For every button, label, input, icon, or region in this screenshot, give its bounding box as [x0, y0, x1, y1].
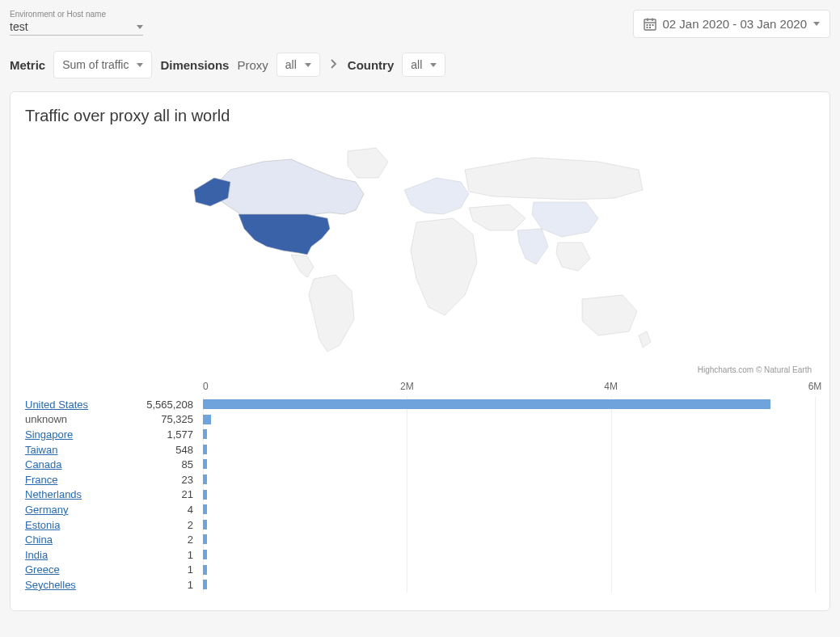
metric-label: Metric [10, 58, 45, 72]
table-row: Taiwan548 [25, 442, 815, 458]
country-link[interactable]: Greece [25, 563, 130, 576]
bar-cell [203, 457, 815, 472]
card-title: Traffic over proxy all in world [25, 107, 815, 125]
bar[interactable] [203, 520, 207, 529]
traffic-card: Traffic over proxy all in world [10, 91, 830, 611]
country-value: 85 [130, 458, 203, 470]
country-link[interactable]: France [25, 474, 130, 486]
bar[interactable] [203, 550, 207, 559]
country-value: 1 [130, 549, 203, 561]
axis-tick: 2M [400, 381, 414, 392]
bar-cell [203, 412, 815, 428]
bar[interactable] [203, 490, 207, 500]
bar[interactable] [203, 504, 207, 514]
world-map-svg [186, 133, 655, 360]
table-row: Greece1 [25, 563, 815, 578]
svg-rect-5 [649, 24, 651, 26]
proxy-select[interactable]: all [276, 53, 320, 77]
country-value: 2 [130, 534, 203, 546]
bar[interactable] [203, 475, 207, 484]
calendar-icon [644, 18, 656, 31]
bar-cell [203, 547, 815, 563]
table-row: Germany4 [25, 502, 815, 517]
world-map-chart[interactable]: Highcharts.com © Natural Earth [25, 133, 815, 376]
bar-cell [203, 517, 815, 533]
date-range-picker[interactable]: 02 Jan 2020 - 03 Jan 2020 [633, 10, 830, 38]
chevron-down-icon [430, 63, 437, 67]
chevron-down-icon [813, 22, 820, 26]
country-select[interactable]: all [402, 53, 445, 77]
table-row: Singapore1,577 [25, 427, 815, 442]
country-bar-chart: 02M4M6M United States5,565,208unknown75,… [25, 378, 815, 593]
country-value: 21 [130, 488, 203, 500]
country-value: 1 [130, 579, 203, 591]
bar[interactable] [203, 445, 207, 454]
svg-rect-8 [649, 27, 651, 28]
map-credit: Highcharts.com © Natural Earth [698, 365, 812, 374]
environment-selector[interactable]: Environment or Host name test [10, 10, 143, 36]
bar-cell [203, 577, 815, 593]
country-link[interactable]: Seychelles [25, 579, 130, 591]
table-row: Estonia2 [25, 517, 815, 533]
bar-cell [203, 532, 815, 547]
country-link[interactable]: China [25, 534, 130, 546]
date-range-text: 02 Jan 2020 - 03 Jan 2020 [663, 17, 807, 31]
bar[interactable] [203, 415, 211, 424]
country-link[interactable]: Estonia [25, 519, 130, 531]
country-value: 548 [130, 444, 203, 456]
filter-bar: Metric Sum of traffic Dimensions Proxy a… [10, 51, 830, 78]
proxy-value: all [285, 58, 297, 71]
chevron-down-icon [137, 63, 143, 67]
bar-cell [203, 487, 815, 503]
country-value: 4 [130, 504, 203, 516]
country-link[interactable]: United States [25, 399, 130, 411]
table-row: unknown75,325 [25, 412, 815, 428]
axis-tick: 4M [604, 381, 618, 392]
country-link[interactable]: Singapore [25, 428, 130, 441]
country-value: 1 [130, 563, 203, 576]
table-row: India1 [25, 547, 815, 563]
country-value: 75,325 [130, 413, 203, 425]
bar-cell [203, 427, 815, 442]
country-value: 5,565,208 [130, 399, 203, 411]
proxy-label: Proxy [237, 58, 268, 72]
chevron-down-icon [305, 63, 311, 67]
svg-rect-7 [646, 27, 648, 28]
country-link: unknown [25, 413, 130, 425]
bar[interactable] [203, 580, 207, 589]
table-row: Netherlands21 [25, 487, 815, 503]
bar[interactable] [203, 429, 207, 439]
table-row: France23 [25, 472, 815, 487]
country-link[interactable]: Canada [25, 458, 130, 470]
axis-tick: 0 [203, 381, 209, 392]
table-row: United States5,565,208 [25, 397, 815, 412]
table-row: Canada85 [25, 457, 815, 472]
country-label: Country [348, 58, 395, 72]
bar[interactable] [203, 459, 207, 469]
axis-tick: 6M [808, 381, 822, 392]
country-link[interactable]: Germany [25, 504, 130, 516]
environment-value: test [10, 20, 28, 33]
environment-label: Environment or Host name [10, 10, 143, 19]
metric-value: Sum of traffic [62, 58, 129, 71]
country-value: all [411, 58, 422, 71]
table-row: Seychelles1 [25, 577, 815, 593]
metric-select[interactable]: Sum of traffic [53, 51, 152, 78]
country-link[interactable]: Taiwan [25, 444, 130, 456]
bar-cell [203, 397, 815, 412]
bar[interactable] [203, 565, 207, 575]
svg-rect-6 [652, 24, 653, 26]
bar-chart-axis: 02M4M6M [25, 378, 815, 397]
svg-rect-4 [646, 24, 648, 26]
country-value: 1,577 [130, 428, 203, 441]
bar-cell [203, 472, 815, 487]
table-row: China2 [25, 532, 815, 547]
country-link[interactable]: Netherlands [25, 488, 130, 500]
chevron-down-icon [137, 25, 143, 29]
bar[interactable] [203, 534, 207, 544]
country-link[interactable]: India [25, 549, 130, 561]
bar-cell [203, 502, 815, 517]
bar[interactable] [203, 399, 770, 409]
chevron-right-icon [330, 57, 338, 72]
dimensions-label: Dimensions [160, 58, 229, 72]
